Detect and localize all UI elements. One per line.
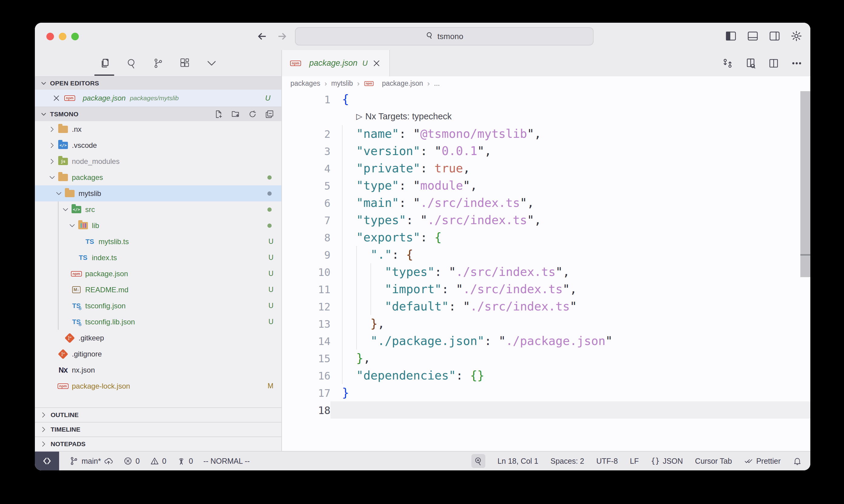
open-editor-path: packages/mytslib	[130, 94, 178, 102]
chevron-down-icon[interactable]	[55, 190, 65, 197]
status-item-cursor-tab[interactable]: Cursor Tab	[695, 457, 732, 466]
status-item-main-[interactable]: main*	[69, 456, 113, 466]
code-line[interactable]: 12 "default": "./src/index.ts"	[282, 298, 810, 315]
code-line[interactable]: 1 {	[282, 91, 810, 108]
tree-item-index.ts[interactable]: TS index.tsU	[35, 250, 281, 266]
extensions-icon[interactable]	[179, 58, 190, 69]
open-preview-icon[interactable]	[745, 57, 756, 69]
breadcrumb-item[interactable]: mytslib	[331, 79, 353, 88]
tree-item-mytslib[interactable]: mytslib	[35, 185, 281, 201]
refresh-icon[interactable]	[248, 110, 257, 119]
tree-item-packages[interactable]: packages	[35, 169, 281, 185]
navigate-back-icon[interactable]	[256, 30, 268, 42]
close-icon[interactable]	[372, 59, 381, 68]
status-item-prettier[interactable]: Prettier	[744, 456, 781, 466]
files-icon[interactable]	[100, 58, 110, 69]
panel-header-timeline[interactable]: TIMELINE	[35, 422, 281, 436]
open-editor-filename: package.json	[83, 94, 125, 102]
status-item-lf[interactable]: LF	[630, 457, 639, 466]
close-window-button[interactable]	[46, 33, 54, 40]
chevron-right-icon[interactable]	[49, 142, 58, 149]
status-item-json[interactable]: {}JSON	[651, 457, 683, 466]
panel-header-outline[interactable]: OUTLINE	[35, 408, 281, 422]
status-item--normal-[interactable]: -- NORMAL --	[203, 457, 250, 466]
code-lens-link[interactable]: ▷Nx Targets: typecheck	[356, 108, 810, 125]
status-item-0[interactable]: 0	[123, 456, 140, 466]
tree-item-.vscode[interactable]: </> .vscode	[35, 137, 281, 153]
chevron-down-icon[interactable]	[49, 174, 58, 181]
breadcrumb-item[interactable]: ...	[434, 79, 440, 88]
status-item[interactable]	[471, 454, 485, 468]
breadcrumb-item[interactable]: package.json	[382, 79, 423, 88]
code-line[interactable]: 7 "types": "./src/index.ts",	[282, 211, 810, 229]
tree-item-.gitkeep[interactable]: .gitkeep	[35, 330, 281, 346]
tree-item-README.md[interactable]: M↓ README.mdU	[35, 282, 281, 298]
code-line[interactable]: 18	[282, 401, 810, 419]
status-item-spaces-2[interactable]: Spaces: 2	[551, 457, 584, 466]
tree-item-tsconfig.json[interactable]: TS✻ tsconfig.jsonU	[35, 298, 281, 314]
code-line[interactable]: 4 "private": true,	[282, 160, 810, 177]
search-icon[interactable]	[126, 58, 137, 69]
editor-scrollbar[interactable]	[800, 91, 810, 451]
more-actions-icon[interactable]	[791, 57, 803, 69]
code-line[interactable]: 11 "import": "./src/index.ts",	[282, 281, 810, 298]
code-line[interactable]: 8 "exports": {	[282, 229, 810, 246]
close-icon[interactable]	[52, 94, 60, 102]
tree-item-nx.json[interactable]: N𝗑 nx.json	[35, 362, 281, 378]
tree-item-.nx[interactable]: .nx	[35, 121, 281, 137]
chevron-right-icon[interactable]	[49, 126, 58, 133]
status-item-ln-18-col-1[interactable]: Ln 18, Col 1	[498, 457, 538, 466]
tree-item-.gitignore[interactable]: .gitignore	[35, 346, 281, 362]
compare-changes-icon[interactable]	[722, 57, 733, 69]
chevron-down-icon[interactable]	[69, 222, 78, 229]
status-item-0[interactable]: 0	[177, 456, 193, 466]
chevron-down-icon[interactable]	[206, 58, 217, 69]
collapse-all-icon[interactable]	[265, 110, 274, 119]
tree-item-src[interactable]: </> src	[35, 201, 281, 217]
code-line[interactable]: 3 "version": "0.0.1",	[282, 142, 810, 160]
status-item[interactable]	[793, 456, 802, 466]
explorer-header[interactable]: TSMONO	[35, 107, 281, 121]
code-line[interactable]: 9 ".": {	[282, 246, 810, 263]
open-editor-item[interactable]: npm package.json packages/mytslib U	[35, 90, 281, 107]
tree-item-package.json[interactable]: npm package.jsonU	[35, 266, 281, 282]
editor-tab[interactable]: npm package.json U	[282, 50, 390, 76]
code-line[interactable]: 17 }	[282, 384, 810, 401]
layout-panel-icon[interactable]	[747, 30, 759, 42]
chevron-down-icon[interactable]	[62, 206, 71, 213]
tree-item-lib[interactable]: lib	[35, 217, 281, 234]
layout-sidebar-right-icon[interactable]	[769, 30, 781, 42]
command-center-search[interactable]: tsmono	[295, 27, 593, 46]
code-editor[interactable]: 1 { ▷Nx Targets: typecheck 2 "name": "@t…	[282, 91, 810, 451]
navigate-forward-icon[interactable]	[276, 30, 288, 42]
code-line[interactable]: 10 "types": "./src/index.ts",	[282, 263, 810, 281]
code-line[interactable]: 5 "type": "module",	[282, 177, 810, 194]
split-editor-icon[interactable]	[768, 57, 779, 69]
new-file-icon[interactable]	[214, 110, 223, 119]
tree-item-package-lock.json[interactable]: npm package-lock.jsonM	[35, 378, 281, 394]
code-line[interactable]: 14 "./package.json": "./package.json"	[282, 332, 810, 349]
code-line[interactable]: 16 "dependencies": {}	[282, 367, 810, 384]
status-item-utf-8[interactable]: UTF-8	[596, 457, 618, 466]
scrollbar-thumb[interactable]	[800, 91, 810, 277]
breadcrumb-item[interactable]: packages	[290, 79, 320, 88]
zoom-window-button[interactable]	[71, 33, 79, 40]
tree-item-mytslib.ts[interactable]: TS mytslib.tsU	[35, 234, 281, 250]
layout-sidebar-left-icon[interactable]	[725, 30, 737, 42]
open-editors-header[interactable]: OPEN EDITORS	[35, 76, 281, 90]
remote-indicator[interactable]	[35, 452, 59, 470]
source-control-icon[interactable]	[153, 58, 164, 69]
modified-dot-badge	[268, 192, 272, 196]
code-line[interactable]: 2 "name": "@tsmono/mytslib",	[282, 125, 810, 142]
tree-item-tsconfig.lib.json[interactable]: TS✻ tsconfig.lib.jsonU	[35, 314, 281, 330]
code-line[interactable]: 6 "main": "./src/index.ts",	[282, 194, 810, 211]
status-item-0[interactable]: 0	[150, 456, 167, 466]
code-line[interactable]: 15 },	[282, 349, 810, 367]
minimize-window-button[interactable]	[59, 33, 66, 40]
gear-icon[interactable]	[790, 30, 803, 42]
panel-header-notepads[interactable]: NOTEPADS	[35, 436, 281, 451]
tree-item-node-modules[interactable]: js node_modules	[35, 153, 281, 169]
chevron-right-icon[interactable]	[49, 158, 58, 165]
code-line[interactable]: 13 },	[282, 315, 810, 332]
new-folder-icon[interactable]	[231, 110, 240, 119]
